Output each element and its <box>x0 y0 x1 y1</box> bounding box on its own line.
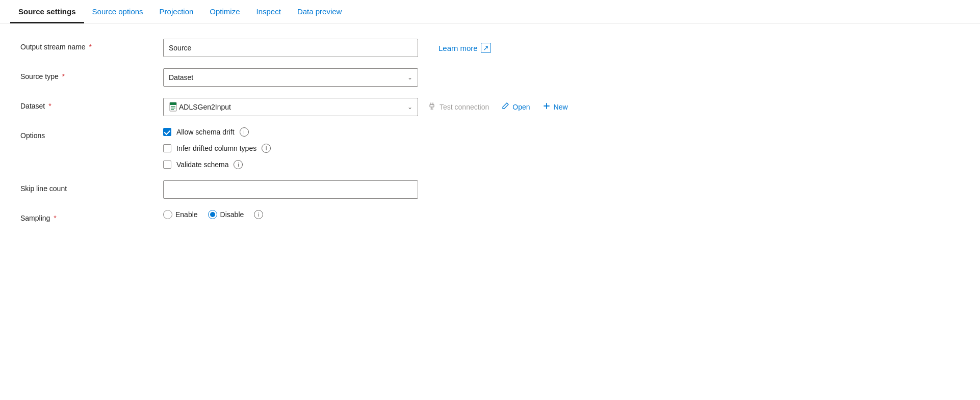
learn-more-link[interactable]: Learn more ↗ <box>439 43 491 53</box>
dataset-chevron-icon: ⌄ <box>407 103 412 111</box>
skip-line-count-control-area <box>163 180 960 199</box>
validate-schema-info-icon[interactable]: i <box>234 160 243 169</box>
tab-source-settings[interactable]: Source settings <box>10 0 84 23</box>
form-content: Output stream name * Learn more ↗ Source… <box>0 23 980 400</box>
plus-icon <box>543 102 551 112</box>
svg-rect-1 <box>170 102 176 105</box>
validate-schema-row: Validate schema i <box>163 160 271 169</box>
sampling-control-area: Enable Disable i <box>163 210 960 219</box>
sampling-disable-radio[interactable] <box>208 210 217 219</box>
test-connection-button[interactable]: Test connection <box>428 102 489 112</box>
source-type-chevron-icon: ⌄ <box>407 74 412 81</box>
app-container: Source settings Source options Projectio… <box>0 0 980 400</box>
required-star-source-type: * <box>60 72 65 81</box>
open-button[interactable]: Open <box>501 102 530 112</box>
required-star-dataset: * <box>46 102 51 110</box>
source-type-label: Source type * <box>20 68 163 81</box>
sampling-enable-radio[interactable] <box>163 210 172 219</box>
allow-schema-drift-checkbox[interactable] <box>163 128 171 136</box>
tab-source-options[interactable]: Source options <box>84 0 151 23</box>
dataset-action-buttons: Test connection Open <box>428 102 568 112</box>
sampling-row: Sampling * Enable Disable i <box>20 210 960 228</box>
skip-line-count-row: Skip line count <box>20 180 960 199</box>
source-type-control-area: Dataset ⌄ <box>163 68 960 87</box>
infer-drifted-column-types-checkbox[interactable] <box>163 144 171 152</box>
pencil-icon <box>501 102 509 112</box>
allow-schema-drift-row: Allow schema drift i <box>163 127 271 137</box>
tab-data-preview[interactable]: Data preview <box>289 0 350 23</box>
dataset-control-area: ADLSGen2Input ⌄ Test conn <box>163 98 960 116</box>
output-stream-name-row: Output stream name * Learn more ↗ <box>20 39 960 57</box>
sampling-disable-option[interactable]: Disable <box>208 210 244 219</box>
required-star-output: * <box>87 43 92 51</box>
options-control-area: Allow schema drift i Infer drifted colum… <box>163 127 960 169</box>
options-checkboxes: Allow schema drift i Infer drifted colum… <box>163 127 271 169</box>
new-button[interactable]: New <box>543 102 568 112</box>
infer-drifted-info-icon[interactable]: i <box>262 144 271 153</box>
output-stream-name-input[interactable] <box>163 39 418 57</box>
skip-line-count-input[interactable] <box>163 180 418 199</box>
source-type-row: Source type * Dataset ⌄ <box>20 68 960 87</box>
options-label: Options <box>20 127 163 140</box>
required-star-sampling: * <box>51 214 56 222</box>
tab-optimize[interactable]: Optimize <box>201 0 248 23</box>
plug-icon <box>428 102 436 112</box>
output-stream-name-label: Output stream name * <box>20 39 163 51</box>
validate-schema-checkbox[interactable] <box>163 161 171 169</box>
sampling-label: Sampling * <box>20 210 163 222</box>
output-stream-name-control-area: Learn more ↗ <box>163 39 960 57</box>
dataset-file-icon <box>169 102 179 112</box>
sampling-info-icon[interactable]: i <box>254 210 263 219</box>
source-type-select[interactable]: Dataset ⌄ <box>163 68 418 87</box>
tab-projection[interactable]: Projection <box>151 0 202 23</box>
sampling-radio-group: Enable Disable i <box>163 210 263 219</box>
external-link-icon: ↗ <box>481 43 491 53</box>
tab-bar: Source settings Source options Projectio… <box>0 0 980 23</box>
skip-line-count-label: Skip line count <box>20 180 163 193</box>
tab-inspect[interactable]: Inspect <box>248 0 289 23</box>
sampling-enable-option[interactable]: Enable <box>163 210 198 219</box>
dataset-row: Dataset * ADLSGen2Input ⌄ <box>20 98 960 116</box>
options-row: Options Allow schema drift i Inf <box>20 127 960 169</box>
allow-schema-drift-info-icon[interactable]: i <box>240 127 249 137</box>
dataset-select[interactable]: ADLSGen2Input ⌄ <box>163 98 418 116</box>
dataset-label: Dataset * <box>20 98 163 110</box>
infer-drifted-column-types-row: Infer drifted column types i <box>163 144 271 153</box>
